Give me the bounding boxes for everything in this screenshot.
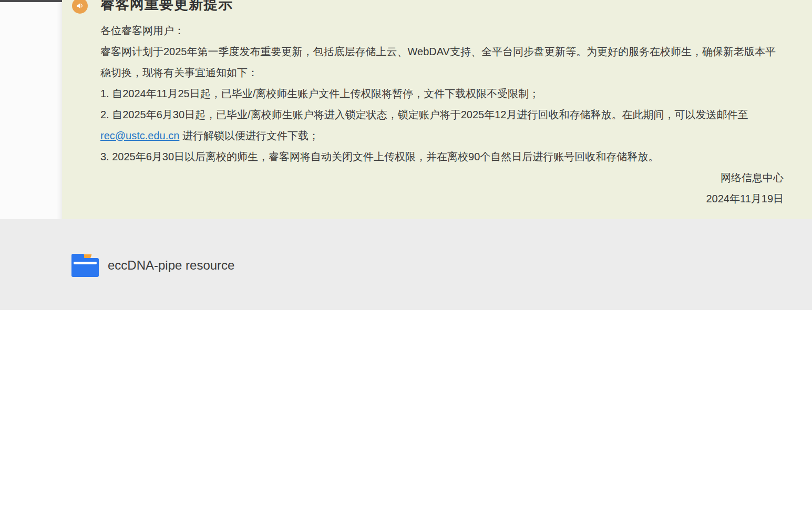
announcement-signature: 网络信息中心 [100,167,784,188]
share-header-band: eccDNA-pipe resource [0,219,812,310]
announcement-item-2-suffix: 进行解锁以便进行文件下载； [179,130,319,141]
folder-stripe [74,262,97,264]
announcement-panel: 睿客网重要更新提示 各位睿客网用户： 睿客网计划于2025年第一季度发布重要更新… [62,0,812,219]
announcement-item-2: 2. 自2025年6月30日起，已毕业/离校师生账户将进入锁定状态，锁定账户将于… [100,104,784,146]
announcement-intro: 睿客网计划于2025年第一季度发布重要更新，包括底层存储上云、WebDAV支持、… [100,41,784,83]
email-link[interactable]: rec@ustc.edu.cn [100,130,179,141]
announcement-item-1: 1. 自2024年11月25日起，已毕业/离校师生账户文件上传权限将暂停，文件下… [100,83,784,104]
announcement-item-3: 3. 2025年6月30日以后离校的师生，睿客网将自动关闭文件上传权限，并在离校… [100,146,784,167]
megaphone-icon [72,0,88,14]
file-browser: 返回上一级 | 全部文件 列表 **昊 已选择0项 名称 大小 [0,310,812,525]
announcement-body: 各位睿客网用户： 睿客网计划于2025年第一季度发布重要更新，包括底层存储上云、… [100,20,784,209]
left-gutter [0,2,62,219]
shared-folder-title: eccDNA-pipe resource [108,258,234,273]
folder-body [71,258,99,277]
folder-icon [71,254,99,277]
announcement-date: 2024年11月19日 [100,188,784,209]
announcement-greeting: 各位睿客网用户： [100,20,784,41]
announcement-title: 睿客网重要更新提示 [100,0,233,13]
announcement-item-2-text: 2. 自2025年6月30日起，已毕业/离校师生账户将进入锁定状态，锁定账户将于… [100,109,748,120]
